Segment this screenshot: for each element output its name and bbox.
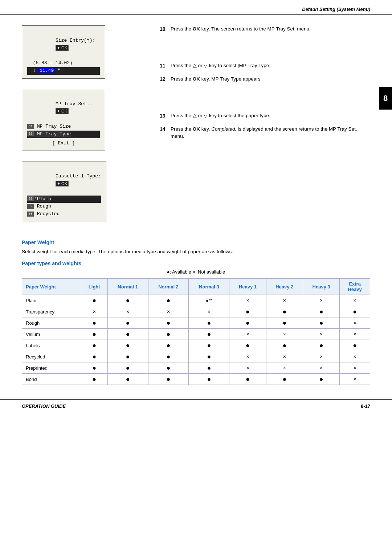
table-cell: ● — [229, 306, 266, 317]
table-cell: × — [303, 295, 339, 306]
paper-type-cell: Preprinted — [22, 362, 81, 374]
table-cell: ● — [303, 374, 339, 385]
table-cell: ● — [189, 329, 229, 340]
lcd-cassette-label: Cassette 1 Type: — [56, 173, 101, 179]
table-cell: × — [303, 351, 339, 362]
table-cell: × — [229, 329, 266, 340]
th-extra-heavy: ExtraHeavy — [340, 279, 370, 295]
table-cell: ● — [229, 374, 266, 385]
table-cell: ● — [107, 340, 148, 351]
table-cell: ● — [81, 351, 107, 362]
weight-table: Paper Weight Light Normal 1 Normal 2 Nor… — [22, 278, 370, 385]
paper-weight-description: Select weight for each media type. The o… — [22, 248, 370, 255]
table-cell: ● — [81, 317, 107, 329]
table-cell: × — [303, 329, 339, 340]
table-cell: × — [266, 351, 303, 362]
left-column: Size Entry(Y): ✦ OK (5.83 – 14.02) ↕ 11.… — [22, 25, 145, 232]
table-cell: ● — [107, 295, 148, 306]
step-14: 14 Press the OK key. Completed. is displ… — [160, 126, 370, 140]
table-cell: × — [229, 362, 266, 374]
size-entry-lcd: Size Entry(Y): ✦ OK (5.83 – 14.02) ↕ 11.… — [22, 25, 105, 79]
lcd-mp-tray-label: MP Tray Set.: — [56, 101, 92, 107]
table-cell: × — [340, 329, 370, 340]
th-normal3: Normal 3 — [189, 279, 229, 295]
paper-type-cell: Transparency — [22, 306, 81, 317]
lcd-mp-tray-header: MP Tray Set.: ✦ OK — [27, 93, 100, 123]
lcd-cassette-header: Cassette 1 Type: ✦ OK — [27, 165, 101, 195]
table-cell: ● — [189, 374, 229, 385]
page-container: Default Setting (System Menu) 8 Size Ent… — [0, 0, 392, 554]
table-cell: ● — [340, 340, 370, 351]
table-cell: ● — [303, 340, 339, 351]
table-cell: ● — [107, 317, 148, 329]
table-row: Preprinted●●●●×××× — [22, 362, 370, 374]
step-11: 11 Press the △ or ▽ key to select [MP Tr… — [160, 62, 370, 70]
table-cell: × — [229, 351, 266, 362]
table-cell: ● — [148, 317, 189, 329]
table-cell: ● — [266, 306, 303, 317]
table-cell: ●** — [189, 295, 229, 306]
step-10: 10 Press the OK key. The screen returns … — [160, 25, 370, 33]
table-cell: ● — [148, 329, 189, 340]
table-cell: ● — [266, 317, 303, 329]
th-normal2: Normal 2 — [148, 279, 189, 295]
th-heavy1: Heavy 1 — [229, 279, 266, 295]
page-header: Default Setting (System Menu) — [0, 0, 392, 15]
table-cell: ● — [266, 340, 303, 351]
table-cell: ● — [148, 362, 189, 374]
paper-type-cell: Bond — [22, 374, 81, 385]
table-cell: × — [303, 362, 339, 374]
table-cell: × — [189, 306, 229, 317]
paper-types-heading: Paper types and weights — [22, 260, 370, 266]
table-row: Transparency××××●●●● — [22, 306, 370, 317]
table-row: Bond●●●●●●●× — [22, 374, 370, 385]
step-number-11: 11 — [160, 62, 171, 70]
chapter-tab: 8 — [379, 87, 392, 110]
table-cell: ● — [148, 295, 189, 306]
table-cell: × — [107, 306, 148, 317]
legend-text: ●: Available ×: Not available — [22, 269, 370, 275]
step-text-12: Press the OK key. MP Tray Type appears. — [171, 75, 262, 83]
table-cell: ● — [81, 374, 107, 385]
step-text-10: Press the OK key. The screen returns to … — [171, 25, 311, 33]
right-column: 10 Press the OK key. The screen returns … — [156, 25, 370, 232]
table-cell: × — [148, 306, 189, 317]
lcd-mp-tray-item2: 02 MP Tray Type — [27, 131, 100, 138]
step-number-10: 10 — [160, 25, 171, 33]
table-cell: ● — [81, 329, 107, 340]
table-cell: × — [340, 317, 370, 329]
step-text-14: Press the OK key. Completed. is displaye… — [171, 126, 370, 140]
table-cell: × — [340, 374, 370, 385]
table-row: Rough●●●●●●●× — [22, 317, 370, 329]
mp-tray-lcd: MP Tray Set.: ✦ OK 01 MP Tray Size 02 MP… — [22, 89, 105, 151]
step-text-11: Press the △ or ▽ key to select [MP Tray … — [171, 62, 272, 69]
table-cell: ● — [189, 340, 229, 351]
paper-type-cell: Recycled — [22, 351, 81, 362]
table-cell: × — [340, 362, 370, 374]
table-body: Plain●●●●**××××Transparency××××●●●●Rough… — [22, 295, 370, 385]
table-row: Recycled●●●●×××× — [22, 351, 370, 362]
th-normal1: Normal 1 — [107, 279, 148, 295]
header-title: Default Setting (System Menu) — [302, 7, 370, 12]
table-cell: ● — [303, 317, 339, 329]
table-cell: ● — [107, 374, 148, 385]
table-cell: ● — [148, 374, 189, 385]
lcd-mp-tray-item1: 01 MP Tray Size — [27, 123, 100, 131]
table-row: Plain●●●●**×××× — [22, 295, 370, 306]
paper-type-cell: Vellum — [22, 329, 81, 340]
table-cell: ● — [107, 351, 148, 362]
step-number-14: 14 — [160, 126, 171, 133]
step-number-12: 12 — [160, 75, 171, 83]
table-cell: × — [340, 351, 370, 362]
table-cell: × — [81, 306, 107, 317]
step-13: 13 Press the △ or ▽ key to select the pa… — [160, 112, 370, 120]
lcd-cassette-item3: 03 Recycled — [27, 210, 101, 218]
table-cell: ● — [148, 351, 189, 362]
table-header-row: Paper Weight Light Normal 1 Normal 2 Nor… — [22, 279, 370, 295]
lcd-size-entry-value: ↕ 11.49 " — [27, 67, 100, 75]
table-cell: × — [229, 295, 266, 306]
paper-type-cell: Rough — [22, 317, 81, 329]
table-cell: ● — [266, 374, 303, 385]
paper-type-cell: Plain — [22, 295, 81, 306]
table-cell: ● — [229, 340, 266, 351]
